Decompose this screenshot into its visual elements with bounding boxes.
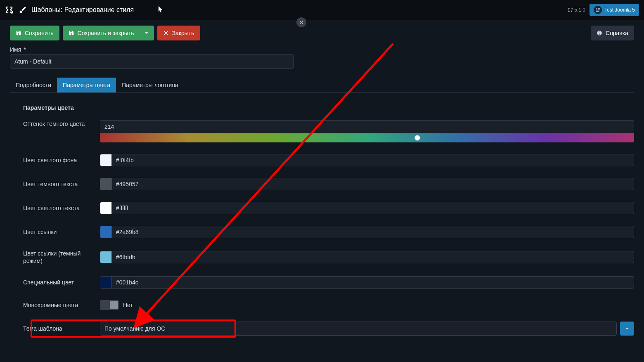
color-field-5[interactable] bbox=[100, 276, 634, 289]
color-input-1[interactable] bbox=[112, 178, 634, 190]
chevron-down-icon bbox=[144, 30, 149, 36]
color-swatch-2 bbox=[100, 202, 112, 214]
color-label-5: Специальный цвет bbox=[23, 279, 92, 286]
theme-label: Тема шаблона bbox=[23, 325, 92, 332]
color-control-0 bbox=[100, 154, 634, 166]
hue-input[interactable] bbox=[100, 120, 634, 133]
color-control-3 bbox=[100, 226, 634, 238]
chevron-down-icon bbox=[625, 326, 630, 331]
color-control-4 bbox=[100, 251, 634, 263]
row-theme: Тема шаблона bbox=[23, 316, 634, 341]
close-button[interactable]: Закрыть bbox=[157, 26, 200, 40]
close-icon bbox=[299, 20, 304, 25]
toolbar: Сохранить Сохранить и закрыть Закрыть Сп… bbox=[0, 20, 644, 46]
tab-1[interactable]: Параметры цвета bbox=[57, 78, 116, 92]
color-input-0[interactable] bbox=[112, 154, 634, 166]
mono-state-label: Нет bbox=[123, 302, 133, 308]
name-input[interactable] bbox=[10, 54, 294, 69]
joomla-small-icon bbox=[568, 7, 573, 12]
color-swatch-0 bbox=[100, 154, 112, 166]
hue-label: Оттенок темного цвета bbox=[23, 120, 92, 128]
color-input-5[interactable] bbox=[112, 277, 634, 288]
tab-2[interactable]: Параметры логотипа bbox=[116, 78, 184, 92]
color-field-0[interactable] bbox=[100, 154, 634, 166]
hue-block bbox=[100, 120, 634, 142]
save-close-group: Сохранить и закрыть bbox=[63, 26, 154, 40]
preview-site-button[interactable]: Test Joomla 5 bbox=[590, 4, 639, 16]
color-control-5 bbox=[100, 276, 634, 289]
required-star: * bbox=[24, 46, 26, 53]
color-label-0: Цвет светлого фона bbox=[23, 156, 92, 164]
color-label-1: Цвет темного текста bbox=[23, 180, 92, 188]
color-field-3[interactable] bbox=[100, 226, 634, 238]
mono-toggle[interactable] bbox=[100, 300, 119, 310]
row-color-1: Цвет темного текста bbox=[23, 172, 634, 196]
save-icon bbox=[16, 30, 21, 36]
row-monochrome: Монохромные цвета Нет bbox=[23, 294, 634, 316]
theme-control bbox=[100, 322, 634, 336]
color-label-3: Цвет ссылки bbox=[23, 228, 92, 236]
theme-select[interactable] bbox=[100, 322, 617, 336]
row-color-5: Специальный цвет bbox=[23, 270, 634, 294]
help-button[interactable]: Справка bbox=[591, 26, 634, 40]
hue-control bbox=[100, 120, 634, 142]
color-section: Параметры цвета Оттенок темного цвета Цв… bbox=[23, 99, 634, 341]
row-color-4: Цвет ссылки (темный режим) bbox=[23, 244, 634, 270]
external-link-icon bbox=[594, 6, 602, 14]
color-control-2 bbox=[100, 202, 634, 214]
color-input-3[interactable] bbox=[112, 226, 634, 238]
header-right: 5.1.0 Test Joomla 5 bbox=[568, 4, 639, 16]
hue-slider-thumb[interactable] bbox=[414, 135, 420, 141]
toggle-handle bbox=[110, 301, 118, 309]
header-title-wrap: Шаблоны: Редактирование стиля bbox=[19, 6, 134, 14]
help-label: Справка bbox=[606, 30, 628, 36]
close-panel-button[interactable] bbox=[296, 17, 306, 27]
save-close-button[interactable]: Сохранить и закрыть bbox=[63, 26, 140, 40]
section-title: Параметры цвета bbox=[23, 102, 634, 114]
save-close-label: Сохранить и закрыть bbox=[78, 30, 134, 36]
color-swatch-1 bbox=[100, 178, 112, 190]
toolbar-left: Сохранить Сохранить и закрыть Закрыть bbox=[10, 26, 200, 40]
page-title: Шаблоны: Редактирование стиля bbox=[31, 6, 134, 14]
color-field-2[interactable] bbox=[100, 202, 634, 214]
close-label: Закрыть bbox=[172, 30, 194, 36]
theme-dropdown-button[interactable] bbox=[620, 322, 634, 336]
row-color-0: Цвет светлого фона bbox=[23, 148, 634, 172]
name-label-text: Имя bbox=[10, 46, 21, 53]
save-dropdown-button[interactable] bbox=[140, 26, 154, 40]
color-input-4[interactable] bbox=[112, 251, 634, 263]
joomla-logo-icon bbox=[5, 6, 13, 14]
color-field-4[interactable] bbox=[100, 251, 634, 263]
color-swatch-3 bbox=[100, 226, 112, 238]
form-area: Имя * ПодробностиПараметры цветаПараметр… bbox=[0, 46, 644, 341]
tab-0[interactable]: Подробности bbox=[10, 78, 57, 92]
color-label-4: Цвет ссылки (темный режим) bbox=[23, 250, 92, 265]
close-icon bbox=[163, 30, 169, 36]
mono-control: Нет bbox=[100, 300, 634, 310]
theme-select-row bbox=[100, 322, 634, 336]
preview-label: Test Joomla 5 bbox=[604, 7, 635, 13]
color-input-2[interactable] bbox=[112, 202, 634, 214]
hue-slider[interactable] bbox=[100, 133, 634, 142]
color-field-1[interactable] bbox=[100, 178, 634, 190]
version-badge: 5.1.0 bbox=[568, 7, 585, 13]
row-color-2: Цвет светлого текста bbox=[23, 196, 634, 220]
tabs: ПодробностиПараметры цветаПараметры лого… bbox=[10, 78, 634, 93]
color-label-2: Цвет светлого текста bbox=[23, 204, 92, 212]
name-label: Имя * bbox=[10, 46, 634, 53]
color-swatch-4 bbox=[100, 251, 112, 263]
version-text: 5.1.0 bbox=[574, 7, 585, 13]
mono-label: Монохромные цвета bbox=[23, 301, 92, 309]
mono-toggle-wrap: Нет bbox=[100, 300, 133, 310]
color-swatch-5 bbox=[100, 277, 112, 288]
brush-icon bbox=[19, 6, 26, 14]
question-icon bbox=[597, 30, 602, 36]
tab-content: Параметры цвета Оттенок темного цвета Цв… bbox=[10, 93, 634, 341]
save-label: Сохранить bbox=[25, 30, 54, 36]
color-control-1 bbox=[100, 178, 634, 190]
save-icon bbox=[69, 30, 74, 36]
save-button[interactable]: Сохранить bbox=[10, 26, 59, 40]
header-left: Шаблоны: Редактирование стиля bbox=[5, 6, 134, 14]
row-color-3: Цвет ссылки bbox=[23, 220, 634, 244]
app-header: Шаблоны: Редактирование стиля 5.1.0 Test… bbox=[0, 0, 644, 20]
